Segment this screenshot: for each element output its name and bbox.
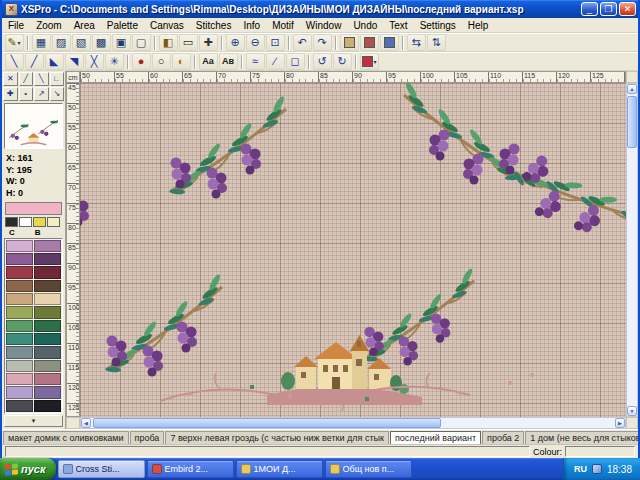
vertical-scroll-thumb[interactable] [627, 96, 637, 148]
palette-swatch[interactable] [6, 386, 33, 398]
mini-color-swatch[interactable] [19, 217, 32, 227]
minimize-button[interactable]: _ [581, 2, 598, 16]
menu-item-motif[interactable]: Motif [266, 19, 300, 32]
palette-swatch[interactable] [6, 266, 33, 278]
menu-item-canvas[interactable]: Canvas [144, 19, 190, 32]
menu-item-stitches[interactable]: Stitches [190, 19, 238, 32]
double-cross-stitch-button[interactable]: ✳ [105, 53, 124, 70]
bead-button[interactable]: ○ [152, 53, 171, 70]
palette-editor-button[interactable] [380, 34, 399, 51]
palette-swatch[interactable] [6, 320, 33, 332]
tray-app-icon[interactable] [592, 464, 602, 474]
palette-swatch[interactable] [34, 386, 61, 398]
pattern-tab[interactable]: проба [130, 431, 165, 444]
taskbar-task[interactable]: Embird 2... [147, 460, 234, 478]
selected-color-swatch[interactable] [5, 202, 62, 215]
palette-swatch[interactable] [6, 373, 33, 385]
quarter-stitch-button[interactable]: ◣ [45, 53, 64, 70]
full-cross-tool[interactable]: ✕ [3, 72, 18, 86]
maximize-button[interactable]: ❐ [600, 2, 617, 16]
menu-item-settings[interactable]: Settings [414, 19, 462, 32]
move-tool-button[interactable]: ✚ [199, 34, 218, 51]
menu-item-palette[interactable]: Palette [101, 19, 144, 32]
pattern-tab[interactable]: последний вариант [390, 431, 481, 444]
zoom-in-button[interactable]: ⊕ [226, 34, 245, 51]
horizontal-scrollbar[interactable]: ◀ ▶ [80, 417, 626, 429]
palette-swatch[interactable] [6, 333, 33, 345]
pencil-tool-button[interactable]: ✎▾ [5, 34, 24, 51]
pattern-half-stitch-button[interactable]: ▨ [52, 34, 71, 51]
palette-swatch[interactable] [34, 373, 61, 385]
french-knot-button[interactable]: ● [132, 53, 151, 70]
arrow-down-tool[interactable]: ↘ [50, 87, 65, 101]
palette-swatch[interactable] [34, 346, 61, 358]
palette-swatch[interactable] [34, 400, 61, 412]
palette-scroll-down-button[interactable]: ▼ [4, 415, 63, 427]
undo-button[interactable]: ↶ [293, 34, 312, 51]
mirror-horizontal-button[interactable]: ⇆ [407, 34, 426, 51]
palette-swatch[interactable] [6, 240, 33, 252]
mini-color-swatch[interactable] [5, 217, 18, 227]
palette-swatch[interactable] [34, 240, 61, 252]
palette-swatch[interactable] [34, 320, 61, 332]
half-stitch-right-button[interactable]: ╱ [25, 53, 44, 70]
pattern-quarter-stitch-button[interactable]: ▧ [72, 34, 91, 51]
language-indicator[interactable]: RU [574, 464, 587, 474]
menu-item-text[interactable]: Text [383, 19, 413, 32]
close-button[interactable]: ✕ [619, 2, 636, 16]
quarter-cross-tool[interactable]: ╲ [34, 72, 49, 86]
palette-swatch[interactable] [34, 333, 61, 345]
outline-button[interactable]: ◻ [286, 53, 305, 70]
pattern-tab[interactable]: 7 верхн левая гроздь (с частью ниж ветки… [165, 431, 389, 444]
mini-color-swatch[interactable] [47, 217, 60, 227]
scroll-right-arrow[interactable]: ▶ [615, 418, 625, 428]
knot-tool[interactable]: • [19, 87, 34, 101]
scroll-down-arrow[interactable]: ▼ [627, 406, 637, 416]
vertical-scrollbar[interactable]: ▲ ▼ [626, 83, 638, 417]
palette-swatch[interactable] [34, 360, 61, 372]
palette-swatch[interactable] [6, 400, 33, 412]
longstitch-button[interactable]: ∕ [266, 53, 285, 70]
menu-item-info[interactable]: Info [237, 19, 266, 32]
half-cross-tool[interactable]: ╱ [19, 72, 34, 86]
pattern-tab[interactable]: проба 2 [482, 431, 524, 444]
half-bead-button[interactable]: ◐ [172, 53, 191, 70]
font-button[interactable]: Aa [199, 53, 218, 70]
taskbar-task[interactable]: 1МОИ Д... [236, 460, 323, 478]
current-thread-button[interactable]: ▾ [360, 53, 379, 70]
pattern-tab[interactable]: 1 дом (не весь для стыковки) [525, 431, 638, 444]
menu-item-zoom[interactable]: Zoom [30, 19, 68, 32]
full-cross-stitch-button[interactable]: ╳ [85, 53, 104, 70]
palette-swatch[interactable] [34, 280, 61, 292]
palette-swatch[interactable] [6, 293, 33, 305]
rotate-left-button[interactable]: ↺ [313, 53, 332, 70]
palette-swatch[interactable] [6, 360, 33, 372]
thread-colors-button[interactable] [360, 34, 379, 51]
three-quarter-stitch-button[interactable]: ◥ [65, 53, 84, 70]
palette-swatch[interactable] [34, 253, 61, 265]
pattern-tab[interactable]: макет домик с оливковками [3, 431, 129, 444]
horizontal-scroll-thumb[interactable] [93, 418, 441, 428]
palette-swatch[interactable] [6, 280, 33, 292]
palette-swatch[interactable] [34, 293, 61, 305]
flood-fill-button[interactable]: ◧ [159, 34, 178, 51]
fabric-color-button[interactable] [340, 34, 359, 51]
mirror-vertical-button[interactable]: ⇅ [427, 34, 446, 51]
pattern-solid-button[interactable]: ▣ [112, 34, 131, 51]
backstitch-tool[interactable]: ∟ [50, 72, 65, 86]
menu-item-file[interactable]: File [2, 19, 30, 32]
menu-item-undo[interactable]: Undo [347, 19, 383, 32]
half-stitch-left-button[interactable]: ╲ [5, 53, 24, 70]
palette-swatch[interactable] [34, 306, 61, 318]
scroll-up-arrow[interactable]: ▲ [627, 84, 637, 94]
petite-stitch-tool[interactable]: ✚ [3, 87, 18, 101]
palette-swatch[interactable] [6, 346, 33, 358]
rotate-right-button[interactable]: ↻ [333, 53, 352, 70]
cyrillic-font-button[interactable]: Aв [219, 53, 238, 70]
taskbar-task[interactable]: Общ нов п... [325, 460, 412, 478]
menu-item-area[interactable]: Area [68, 19, 101, 32]
pattern-clear-button[interactable]: ▢ [132, 34, 151, 51]
menu-item-window[interactable]: Window [300, 19, 348, 32]
stitch-canvas[interactable] [80, 83, 626, 417]
palette-swatch[interactable] [6, 253, 33, 265]
